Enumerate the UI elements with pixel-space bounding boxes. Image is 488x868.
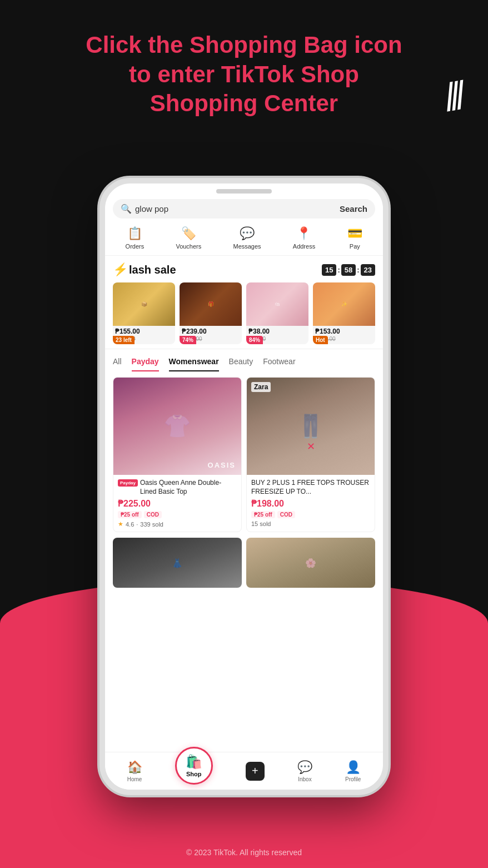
address-label: Address [293,243,315,250]
cod-tag-1: COD [144,511,162,518]
discount-tag-1: ₱25 off [118,511,142,518]
plus-button[interactable]: + [246,762,265,781]
product-rating-1: ★ 4.6 · 339 sold [118,520,237,528]
rating-value-1: 4.6 [126,521,134,528]
home-icon: 🏠 [127,760,142,775]
flash-items-row: 📦 23 left ₱155.00 ₱215.00 🎁 74% ₱239.00 … [113,282,375,344]
zara-label: Zara [251,382,271,392]
partial-product-1: 👗 [113,538,242,588]
search-button[interactable]: Search [340,204,367,214]
rating-sep-1: · [136,521,138,528]
flash-price-1: ₱155.00 [113,326,175,336]
flash-badge-2: 74% [180,336,196,344]
search-icon: 🔍 [121,204,132,214]
inbox-icon: 💬 [297,760,312,775]
flash-bolt-span: ⚡ [113,262,128,277]
pay-icon: 💳 [347,226,362,241]
flash-item-2[interactable]: 🎁 74% ₱239.00 ₱599.00 [180,282,242,344]
quick-nav: 📋 Orders 🏷️ Vouchers 💬 Messages 📍 Addres… [105,219,383,256]
tab-womenswear[interactable]: Womenswear [169,357,219,371]
product-info-2: BUY 2 PLUS 1 FREE TOPS TROUSER FREESIZE … [247,475,375,531]
star-icon-1: ★ [118,520,123,528]
nav-shop[interactable]: 🛍️ Shop [175,747,213,785]
product-name-1: Oasis Queen Anne Double-Lined Basic Top [140,479,237,496]
phone-mockup: 🔍 glow pop Search 🛒 13 📋 Orders 🏷️ Vouch… [99,178,389,795]
orders-label: Orders [126,243,145,250]
flash-price-2: ₱239.00 [180,326,242,336]
flash-sale-header: ⚡lash sale 15 : 58 : 23 [113,262,375,277]
product-name-2: BUY 2 PLUS 1 FREE TOPS TROUSER FREESIZE … [251,479,370,496]
flash-title: ⚡lash sale [113,262,176,277]
profile-icon: 👤 [346,760,361,775]
timer-hours: 15 [322,264,336,276]
cod-tag-2: COD [277,511,295,518]
product-card-1[interactable]: 👚 OASIS Payday Oasis Queen Anne Double-L… [113,377,242,532]
nav-vouchers[interactable]: 🏷️ Vouchers [176,226,201,250]
nav-profile[interactable]: 👤 Profile [345,760,361,782]
category-tabs: All Payday Womenswear Beauty Footwear [105,349,383,371]
vouchers-icon: 🏷️ [181,226,196,241]
partial-product-2: 🌸 [246,538,375,588]
product-price-1: ₱225.00 [118,498,237,509]
product-sold-2: 15 sold [251,520,370,527]
cross-mark: ✕ [307,440,315,453]
flash-badge-4: Hot [313,336,328,344]
flash-price-4: ₱153.00 [313,326,375,336]
phone-notch [216,189,272,194]
product-grid: 👚 OASIS Payday Oasis Queen Anne Double-L… [105,371,383,538]
flash-badge-3: 84% [246,336,263,344]
tab-payday[interactable]: Payday [132,357,159,371]
inbox-label: Inbox [298,776,311,782]
payday-tag-1: Payday [118,479,138,487]
product-row-partial: 👗 🌸 [105,538,383,588]
nav-home[interactable]: 🏠 Home [127,760,142,782]
home-label: Home [127,776,142,782]
timer-sep2: : [357,266,359,274]
sold-count-1: 339 sold [140,521,163,528]
nav-pay[interactable]: 💳 Pay [347,226,362,250]
header-title: Click the Shopping Bag icon to enter Tik… [33,31,455,118]
bottom-nav: 🏠 Home 🛍️ Shop + 💬 Inbox 👤 Profile [105,752,383,790]
product-info-1: Payday Oasis Queen Anne Double-Lined Bas… [113,475,241,532]
flash-item-img-2: 🎁 [180,282,242,326]
flash-item-img-1: 📦 [113,282,175,326]
flash-item-img-3: 🛍 [246,282,308,326]
product-tags-1: ₱25 off COD [118,511,237,518]
messages-icon: 💬 [240,226,255,241]
product-name-row-1: Payday Oasis Queen Anne Double-Lined Bas… [118,479,237,496]
product-name-row-2: BUY 2 PLUS 1 FREE TOPS TROUSER FREESIZE … [251,479,370,496]
product-img-2: 👖 Zara ✕ [247,378,375,475]
footer-text: © 2023 TikTok. All rights reserved [0,848,488,857]
messages-label: Messages [233,243,261,250]
discount-tag-2: ₱25 off [251,511,275,518]
flash-badge-1: 23 left [113,336,135,344]
flash-item-4[interactable]: ✨ Hot ₱153.00 ₱299.00 [313,282,375,344]
search-input[interactable]: glow pop [135,204,335,214]
cart-icon[interactable]: 🛒 [383,194,384,209]
nav-inbox[interactable]: 💬 Inbox [297,760,312,782]
flash-item-3[interactable]: 🛍 84% ₱38.00 ₱49.00 [246,282,308,344]
brand-oasis: OASIS [208,461,236,469]
tab-all[interactable]: All [113,357,122,371]
shop-label: Shop [186,771,202,777]
timer-seconds: 23 [361,264,375,276]
search-bar[interactable]: 🔍 glow pop Search [113,199,375,219]
product-price-2: ₱198.00 [251,498,370,509]
sold-count-2: 15 sold [251,520,271,527]
nav-messages[interactable]: 💬 Messages [233,226,261,250]
tab-beauty[interactable]: Beauty [229,357,253,371]
nav-address[interactable]: 📍 Address [293,226,315,250]
tab-footwear[interactable]: Footwear [263,357,295,371]
profile-label: Profile [345,776,361,782]
phone-screen: 🔍 glow pop Search 🛒 13 📋 Orders 🏷️ Vouch… [105,183,383,790]
flash-item-1[interactable]: 📦 23 left ₱155.00 ₱215.00 [113,282,175,344]
flash-price-3: ₱38.00 [246,326,308,336]
product-tags-2: ₱25 off COD [251,511,370,518]
nav-orders[interactable]: 📋 Orders [126,226,145,250]
flash-timer: 15 : 58 : 23 [322,264,375,276]
timer-minutes: 58 [341,264,356,276]
flash-sale-section: ⚡lash sale 15 : 58 : 23 📦 23 left ₱155.0… [105,256,383,349]
product-card-2[interactable]: 👖 Zara ✕ BUY 2 PLUS 1 FREE TOPS TROUSER … [246,377,375,532]
address-icon: 📍 [296,226,311,241]
flash-item-img-4: ✨ [313,282,375,326]
